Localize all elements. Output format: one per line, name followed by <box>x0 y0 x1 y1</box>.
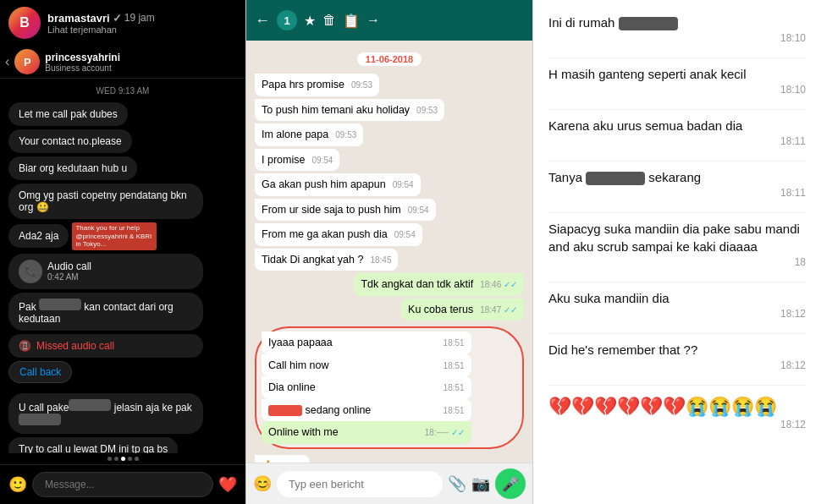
camera-icon[interactable]: 📷 <box>471 474 490 493</box>
wa-count-badge: 1 <box>277 10 297 30</box>
divider <box>548 333 806 334</box>
thank-you-tag: Thank you for ur help @princessyahrini &… <box>72 222 157 250</box>
table-row: 💔💔💔💔💔💔😭😭😭😭 18:12 <box>548 392 806 430</box>
dm-input[interactable] <box>32 472 213 497</box>
story-username: bramastavri ✓ 19 jam <box>47 12 237 25</box>
blurred-name-rp2 <box>586 172 645 185</box>
delete-icon[interactable]: 🗑 <box>322 13 336 28</box>
back-icon[interactable]: ‹ <box>5 54 9 69</box>
oval-highlight: Iyaaa papaaa 18:51 Call him now 18:51 Di… <box>255 326 524 449</box>
middle-panel: ← 1 ★ 🗑 📋 → 11-06-2018 Papa hrs promise … <box>245 0 533 504</box>
list-item: Pak kan contact dari org kedutaan <box>8 293 203 331</box>
dm-input-row: 🙂 ❤️ <box>0 464 245 504</box>
dot-2 <box>114 457 118 461</box>
table-row: Siapacyg suka mandiin dia pake sabu mand… <box>548 220 806 268</box>
blurred-inline <box>69 399 111 411</box>
chat-avatar: P <box>14 49 40 74</box>
table-row: Tanya sekarang 18:11 <box>548 168 806 199</box>
day-label: WED 9:13 AM <box>8 86 237 96</box>
list-item: Biar org kedutaan hub u <box>8 156 137 180</box>
table-row: Iyaaa papaaa 18:51 <box>262 331 471 354</box>
wa-message-input[interactable] <box>277 471 443 497</box>
dot-4 <box>128 457 132 461</box>
blurred-name-rp <box>619 17 678 30</box>
table-row: 🙏 18:56 <box>255 455 310 463</box>
list-item: Omg yg pasti copetny pendatang bkn org 🤐 <box>8 184 203 219</box>
call-back-button[interactable]: Call back <box>8 361 72 383</box>
table-row: Online with me 18:── ✓✓ <box>262 421 471 444</box>
dots-indicator <box>0 453 245 464</box>
divider <box>548 161 806 162</box>
table-row: Aku suka mandiin dia 18:12 <box>548 289 806 320</box>
dm-area: WED 9:13 AM Let me call pak dubes Your c… <box>0 79 245 453</box>
divider <box>548 58 806 58</box>
table-row: I promise 09:54 <box>255 149 339 172</box>
table-row: From me ga akan push dia 09:54 <box>255 223 422 246</box>
missed-call-item: 📵 Missed audio call <box>8 334 203 358</box>
left-panel: B bramastavri ✓ 19 jam Lihat terjemahan … <box>0 0 245 504</box>
list-item: Your contact no.please <box>8 129 132 153</box>
table-row: H masih ganteng seperti anak kecil 18:10 <box>548 65 806 96</box>
attach-icon[interactable]: 📎 <box>448 474 466 493</box>
list-item: Ada2 aja Thank you for ur help @princess… <box>8 222 237 250</box>
divider <box>548 212 806 213</box>
wa-footer: 😊 📎 📷 🎤 <box>246 463 532 504</box>
table-row: Ini di rumah 18:10 <box>548 14 806 44</box>
story-header: B bramastavri ✓ 19 jam Lihat terjemahan <box>0 0 245 46</box>
mic-button[interactable]: 🎤 <box>495 468 526 499</box>
dot-5 <box>135 457 139 461</box>
table-row: sedang online 18:51 <box>262 399 471 422</box>
divider <box>548 109 806 110</box>
list-item: U call pake jelasin aja ke pak <box>8 393 203 434</box>
table-row: Im alone papa 09:53 <box>255 123 363 146</box>
audio-call-item: 📞 Audio call 0:42 AM <box>8 254 203 289</box>
list-item: Try to call u lewat DM ini tp ga bs <box>8 437 178 453</box>
emoji-icon[interactable]: 🙂 <box>8 475 27 494</box>
audio-icon: 📞 <box>19 260 42 283</box>
wa-date-badge: 11-06-2018 <box>357 52 422 66</box>
table-row: Karena aku urus semua badan dia 18:11 <box>548 117 806 147</box>
divider <box>548 385 806 386</box>
blurred-name-wa <box>268 405 302 416</box>
table-row: Call him now 18:51 <box>262 354 471 377</box>
dot-1 <box>107 457 112 461</box>
table-row: Ga akan push him apapun 09:54 <box>255 173 421 196</box>
table-row: Tdk angkat dan tdk aktif 18:46 ✓✓ <box>354 273 524 296</box>
table-row: Papa hrs promise 09:53 <box>255 74 379 96</box>
list-item: Let me call pak dubes <box>8 102 128 126</box>
emoji-button[interactable]: 😊 <box>253 474 272 493</box>
table-row: Dia online 18:51 <box>262 376 471 399</box>
back-arrow-icon[interactable]: ← <box>255 12 270 30</box>
chat-user-info: princessyahrini Business account <box>45 52 120 73</box>
heart-icon[interactable]: ❤️ <box>218 475 237 494</box>
star-icon[interactable]: ★ <box>304 13 316 29</box>
table-row: To push him temani aku holiday 09:53 <box>255 99 444 122</box>
right-panel: Ini di rumah 18:10 H masih ganteng seper… <box>533 0 821 504</box>
table-row: Did he's remember that ?? 18:12 <box>548 341 806 371</box>
table-row: From ur side saja to push him 09:54 <box>255 199 436 222</box>
dot-3-active <box>121 457 125 461</box>
forward-icon[interactable]: → <box>366 13 380 28</box>
table-row: Tidak Di angkat yah ? 18:45 <box>255 249 398 271</box>
blurred-name <box>39 299 81 310</box>
divider <box>548 282 806 282</box>
table-row: Ku coba terus 18:47 ✓✓ <box>401 299 524 321</box>
blurred-inline2 <box>19 414 61 425</box>
story-info: bramastavri ✓ 19 jam Lihat terjemahan <box>47 12 237 35</box>
story-avatar: B <box>8 7 41 39</box>
wa-header: ← 1 ★ 🗑 📋 → <box>246 0 532 41</box>
copy-icon[interactable]: 📋 <box>343 13 360 29</box>
wa-chat-area: 11-06-2018 Papa hrs promise 09:53 To pus… <box>246 41 532 463</box>
missed-call-icon: 📵 <box>19 340 31 352</box>
story-translate[interactable]: Lihat terjemahan <box>47 25 237 35</box>
